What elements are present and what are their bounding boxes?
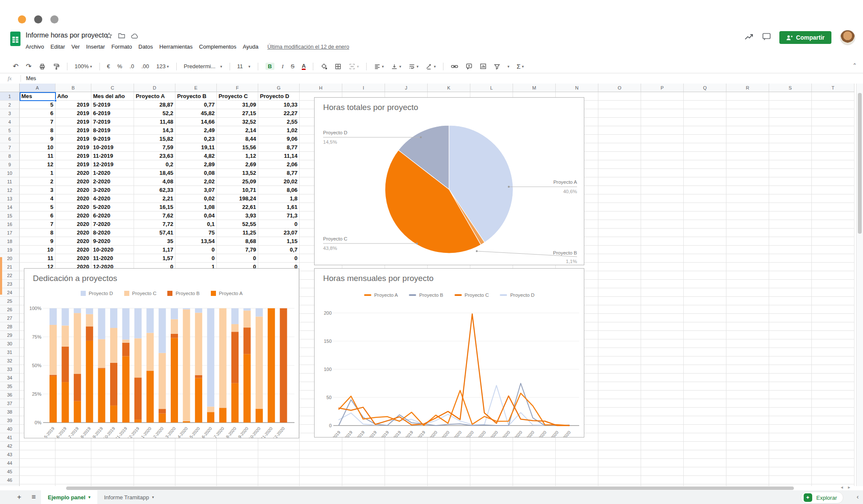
- cell-B8[interactable]: 2019: [55, 152, 91, 160]
- cell-S19[interactable]: [769, 246, 812, 254]
- cell-S24[interactable]: [769, 288, 812, 297]
- collapse-toolbar-icon[interactable]: ⌃: [852, 62, 857, 69]
- text-rotation-icon[interactable]: ▾: [426, 64, 436, 70]
- cell-A19[interactable]: 10: [20, 246, 55, 254]
- cell-P26[interactable]: [641, 305, 684, 314]
- row-header-13[interactable]: 13: [0, 194, 20, 203]
- cell-Q44[interactable]: [684, 459, 726, 467]
- move-folder-icon[interactable]: [118, 33, 125, 41]
- cell-F3[interactable]: 27,15: [217, 109, 258, 118]
- cell-B19[interactable]: 2020: [55, 246, 91, 254]
- cell-S11[interactable]: [769, 177, 812, 186]
- cell-E1[interactable]: Proyecto B: [175, 92, 217, 101]
- cell-Q16[interactable]: [684, 220, 726, 229]
- cell-P44[interactable]: [641, 459, 684, 467]
- cell-F18[interactable]: 8,68: [217, 237, 258, 246]
- cell-Q23[interactable]: [684, 280, 726, 288]
- cell-M45[interactable]: [513, 467, 556, 476]
- cell-R4[interactable]: [726, 118, 769, 126]
- cell-R11[interactable]: [726, 177, 769, 186]
- cell-Q2[interactable]: [684, 101, 726, 109]
- cell-T41[interactable]: [812, 433, 854, 442]
- cell-S10[interactable]: [769, 169, 812, 177]
- cell-D42[interactable]: [134, 442, 175, 450]
- cell-C14[interactable]: 5-2020: [91, 203, 134, 211]
- insert-comment-icon[interactable]: [466, 63, 472, 70]
- insights-icon[interactable]: [744, 33, 754, 42]
- cell-S4[interactable]: [769, 118, 812, 126]
- redo-icon[interactable]: ↷: [26, 62, 31, 70]
- cell-T7[interactable]: [812, 143, 854, 152]
- grid-corner[interactable]: [0, 84, 20, 92]
- cell-S34[interactable]: [769, 374, 812, 382]
- cell-G16[interactable]: 0: [258, 220, 300, 229]
- cell-D12[interactable]: 62,33: [134, 186, 175, 194]
- column-header-E[interactable]: E: [175, 84, 217, 92]
- cell-P7[interactable]: [641, 143, 684, 152]
- cell-R41[interactable]: [726, 433, 769, 442]
- cell-O15[interactable]: [598, 211, 641, 220]
- cell-L44[interactable]: [470, 459, 513, 467]
- cell-A4[interactable]: 7: [20, 118, 55, 126]
- cell-B43[interactable]: [55, 450, 91, 459]
- cell-Q10[interactable]: [684, 169, 726, 177]
- menu-herramientas[interactable]: Herramientas: [159, 43, 192, 50]
- cell-A13[interactable]: 4: [20, 194, 55, 203]
- cell-T42[interactable]: [812, 442, 854, 450]
- cell-T21[interactable]: [812, 263, 854, 271]
- cell-P12[interactable]: [641, 186, 684, 194]
- cell-B1[interactable]: Año: [55, 92, 91, 101]
- row-header-3[interactable]: 3: [0, 109, 20, 118]
- cell-O3[interactable]: [598, 109, 641, 118]
- cell-D1[interactable]: Proyecto A: [134, 92, 175, 101]
- cell-C4[interactable]: 7-2019: [91, 118, 134, 126]
- cell-B5[interactable]: 2019: [55, 126, 91, 135]
- column-header-F[interactable]: F: [217, 84, 258, 92]
- cell-E6[interactable]: 0,23: [175, 135, 217, 143]
- cell-G44[interactable]: [258, 459, 300, 467]
- cell-P39[interactable]: [641, 416, 684, 425]
- cell-T31[interactable]: [812, 348, 854, 356]
- cell-A6[interactable]: 9: [20, 135, 55, 143]
- cell-Q25[interactable]: [684, 297, 726, 305]
- cell-B3[interactable]: 2019: [55, 109, 91, 118]
- cell-O11[interactable]: [598, 177, 641, 186]
- cell-B15[interactable]: 2020: [55, 211, 91, 220]
- cell-T45[interactable]: [812, 467, 854, 476]
- cell-Q13[interactable]: [684, 194, 726, 203]
- cell-P40[interactable]: [641, 425, 684, 433]
- cell-P31[interactable]: [641, 348, 684, 356]
- cell-N44[interactable]: [556, 459, 598, 467]
- column-header-J[interactable]: J: [385, 84, 428, 92]
- cell-C1[interactable]: Mes del año: [91, 92, 134, 101]
- cell-Q42[interactable]: [684, 442, 726, 450]
- cell-R37[interactable]: [726, 399, 769, 408]
- cell-Q40[interactable]: [684, 425, 726, 433]
- cell-P32[interactable]: [641, 356, 684, 365]
- cell-R34[interactable]: [726, 374, 769, 382]
- sheet-tab-ejemplo-panel[interactable]: Ejemplo panel ▾: [41, 490, 97, 504]
- cell-O14[interactable]: [598, 203, 641, 211]
- text-color-button[interactable]: A: [302, 63, 306, 70]
- cell-C43[interactable]: [91, 450, 134, 459]
- sheets-logo-icon[interactable]: [9, 31, 21, 49]
- cell-P6[interactable]: [641, 135, 684, 143]
- cell-Q12[interactable]: [684, 186, 726, 194]
- cell-Q30[interactable]: [684, 339, 726, 348]
- cell-E42[interactable]: [175, 442, 217, 450]
- cell-T17[interactable]: [812, 229, 854, 237]
- cell-R27[interactable]: [726, 314, 769, 322]
- cell-T25[interactable]: [812, 297, 854, 305]
- row-header-24[interactable]: 24: [0, 288, 20, 297]
- cell-S15[interactable]: [769, 211, 812, 220]
- cell-E2[interactable]: 0,77: [175, 101, 217, 109]
- cell-R17[interactable]: [726, 229, 769, 237]
- cell-T19[interactable]: [812, 246, 854, 254]
- cell-A11[interactable]: 2: [20, 177, 55, 186]
- cell-Q27[interactable]: [684, 314, 726, 322]
- cell-T16[interactable]: [812, 220, 854, 229]
- cell-Q36[interactable]: [684, 391, 726, 399]
- cell-Q18[interactable]: [684, 237, 726, 246]
- row-header-22[interactable]: 22: [0, 271, 20, 280]
- cell-C19[interactable]: 10-2020: [91, 246, 134, 254]
